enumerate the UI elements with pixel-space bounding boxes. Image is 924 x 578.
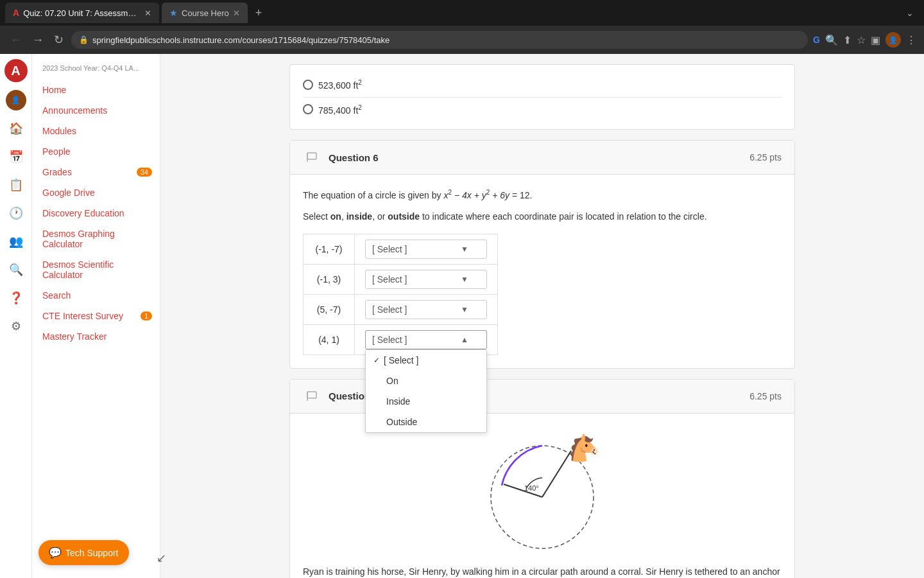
select-2[interactable]: [ Select ] ▼ [365, 270, 487, 289]
dropdown-item-label: Inside [386, 396, 410, 407]
radio-785400[interactable] [303, 104, 313, 114]
select-3-value: [ Select ] [372, 304, 407, 315]
tab-bar: A Quiz: 07.20 Unit 7: Assessmen... ✕ ★ C… [0, 0, 924, 26]
svg-line-5 [542, 451, 571, 497]
cte-badge: 1 [141, 311, 152, 320]
sidebar-item-people[interactable]: People [32, 141, 160, 162]
dropdown-item-label: Outside [386, 417, 417, 427]
question-7-flag[interactable] [303, 387, 321, 405]
user-avatar-nav[interactable]: 👤 [3, 87, 29, 113]
tab-bar-menu[interactable]: ⌄ [901, 5, 919, 21]
sidebar-item-grades[interactable]: Grades 34 [32, 162, 160, 182]
select-4[interactable]: [ Select ] ▲ [365, 330, 487, 349]
icon-nav: A 👤 🏠 📅 📋 🕐 👥 🔍 ❓ ⚙ [0, 54, 32, 578]
tab-title-coursehero: Course Hero [182, 8, 229, 18]
question-6-header: Question 6 6.25 pts [290, 141, 794, 175]
select-cell-3[interactable]: [ Select ] ▼ [355, 294, 498, 324]
radio-523600[interactable] [303, 80, 313, 90]
diagram-container: 140° 🐴 [303, 426, 782, 555]
browser-actions: G 🔍 ⬆ ☆ ▣ 👤 ⋮ [813, 32, 916, 48]
search-lens-icon[interactable]: 🔍 [825, 34, 838, 46]
option-523600[interactable]: 523,600 ft2 [303, 75, 782, 94]
nav-history[interactable]: 🕐 [3, 200, 29, 226]
bookmark-icon[interactable]: ☆ [857, 34, 866, 46]
table-row: (5, -7) [ Select ] ▼ [304, 294, 498, 324]
select-wrapper-1[interactable]: [ Select ] ▼ [365, 240, 487, 259]
main-content: 523,600 ft2 785,400 ft2 [160, 54, 924, 578]
menu-icon[interactable]: ⋮ [906, 34, 916, 46]
url-bar[interactable]: 🔒 springfieldpublicschools.instructure.c… [71, 31, 808, 49]
select-2-value: [ Select ] [372, 274, 407, 285]
sidebar-item-announcements[interactable]: Announcements [32, 100, 160, 121]
select-cell-4[interactable]: [ Select ] ▲ ✓ [ Select ] [355, 324, 498, 355]
dropdown-item-select[interactable]: ✓ [ Select ] [366, 350, 486, 371]
select-1-value: [ Select ] [372, 244, 407, 254]
coord-4: (4, 1) [304, 324, 355, 355]
chevron-down-icon: ▼ [461, 275, 468, 284]
tab-close-coursehero[interactable]: ✕ [233, 8, 240, 18]
option-785400-label: 785,400 ft2 [318, 104, 362, 116]
table-row: (4, 1) [ Select ] ▲ ✓ [304, 324, 498, 355]
select-cell-1[interactable]: [ Select ] ▼ [355, 234, 498, 264]
nav-help[interactable]: ❓ [3, 285, 29, 311]
question-6-flag[interactable] [303, 148, 321, 166]
question-6-pts: 6.25 pts [749, 152, 782, 162]
sidebar-item-home[interactable]: Home [32, 80, 160, 100]
nav-dashboard[interactable]: 🏠 [3, 116, 29, 141]
sidebar-item-discovery[interactable]: Discovery Education [32, 203, 160, 223]
table-row: (-1, 3) [ Select ] ▼ [304, 264, 498, 294]
reload-button[interactable]: ↻ [51, 30, 66, 49]
nav-settings[interactable]: ⚙ [3, 313, 29, 339]
sidebar-item-googledrive[interactable]: Google Drive [32, 182, 160, 203]
question-6-number: Question 6 [329, 152, 379, 163]
select-cell-2[interactable]: [ Select ] ▼ [355, 264, 498, 294]
question-7-body: 140° 🐴 Ryan is training his horse, Sir H… [290, 414, 794, 578]
select-1[interactable]: [ Select ] ▼ [365, 240, 487, 259]
sidebar-school: 2023 School Year: Q4-Q4 LA... [32, 62, 160, 80]
tab-quiz[interactable]: A Quiz: 07.20 Unit 7: Assessmen... ✕ [5, 3, 159, 23]
forward-button[interactable]: → [30, 31, 46, 49]
google-icon[interactable]: G [813, 35, 820, 45]
nav-inbox[interactable]: 📋 [3, 172, 29, 198]
tab-favicon-coursehero: ★ [169, 8, 178, 18]
new-tab-button[interactable]: + [250, 4, 268, 21]
address-bar: ← → ↻ 🔒 springfieldpublicschools.instruc… [0, 26, 924, 54]
sidebar-item-desmos-scientific[interactable]: Desmos Scientific Calculator [32, 254, 160, 285]
select-3[interactable]: [ Select ] ▼ [365, 300, 487, 319]
question-7-pts: 6.25 pts [749, 391, 782, 401]
tab-close-quiz[interactable]: ✕ [144, 8, 151, 18]
circle-diagram: 140° 🐴 [472, 426, 613, 555]
tech-support-label: Tech Support [65, 548, 119, 558]
tab-coursehero[interactable]: ★ Course Hero ✕ [162, 3, 248, 23]
question-area: 523,600 ft2 785,400 ft2 [279, 54, 805, 578]
url-text: springfieldpublicschools.instructure.com… [92, 35, 800, 45]
dropdown-menu-4: ✓ [ Select ] On [365, 349, 487, 433]
sidebar-item-search[interactable]: Search [32, 285, 160, 306]
tech-support-button[interactable]: 💬 Tech Support [38, 540, 129, 565]
svg-rect-0 [307, 153, 316, 159]
select-wrapper-2[interactable]: [ Select ] ▼ [365, 270, 487, 289]
svg-rect-2 [307, 392, 316, 398]
question-6-instruction: Select on, inside, or outside to indicat… [303, 210, 782, 223]
option-785400[interactable]: 785,400 ft2 [303, 100, 782, 119]
profile-window-icon[interactable]: ▣ [871, 34, 880, 46]
dropdown-item-outside[interactable]: Outside [366, 412, 486, 432]
select-wrapper-3[interactable]: [ Select ] ▼ [365, 300, 487, 319]
nav-search[interactable]: 🔍 [3, 257, 29, 283]
share-icon[interactable]: ⬆ [843, 34, 851, 46]
sidebar-item-desmos-graphing[interactable]: Desmos Graphing Calculator [32, 223, 160, 254]
sidebar-item-modules[interactable]: Modules [32, 121, 160, 141]
coordinate-table: (-1, -7) [ Select ] ▼ [303, 234, 498, 355]
nav-people[interactable]: 👥 [3, 229, 29, 254]
collapse-sidebar-button[interactable]: ↙ [157, 551, 166, 565]
nav-calendar[interactable]: 📅 [3, 144, 29, 170]
sidebar-item-mastery[interactable]: Mastery Tracker [32, 326, 160, 347]
dropdown-item-on[interactable]: On [366, 371, 486, 391]
sidebar-item-cte[interactable]: CTE Interest Survey 1 [32, 306, 160, 326]
canvas-logo[interactable]: A [4, 59, 28, 82]
coord-1: (-1, -7) [304, 234, 355, 264]
select-wrapper-4[interactable]: [ Select ] ▲ ✓ [ Select ] [365, 330, 487, 349]
user-avatar[interactable]: 👤 [886, 32, 901, 48]
dropdown-item-inside[interactable]: Inside [366, 391, 486, 412]
back-button[interactable]: ← [8, 31, 24, 49]
